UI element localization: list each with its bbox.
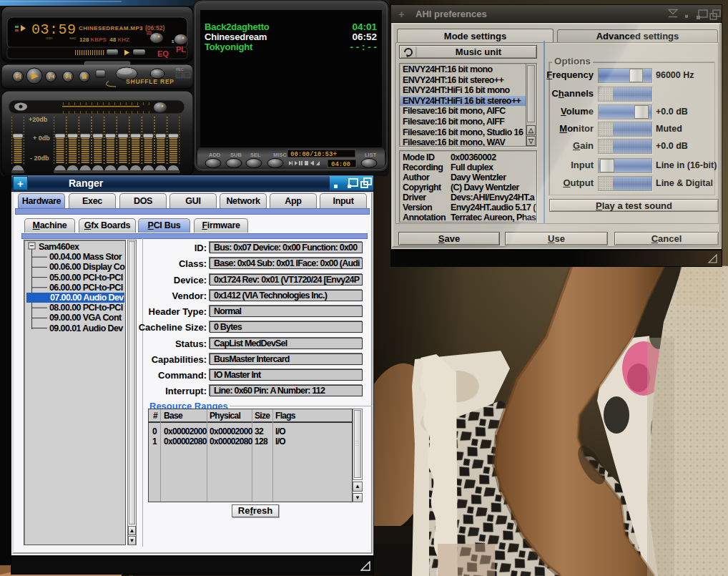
svg-text:- 20db: - 20db xyxy=(30,155,49,162)
svg-text:EQ: EQ xyxy=(157,49,169,58)
svg-text:(06:52): (06:52) xyxy=(145,24,165,31)
svg-text:06:52: 06:52 xyxy=(352,31,377,42)
svg-text:SHUFFLE REP: SHUFFLE REP xyxy=(126,78,174,85)
svg-text:00:00/10:53+: 00:00/10:53+ xyxy=(290,151,337,158)
svg-text:MISC: MISC xyxy=(273,152,287,158)
svg-text:REC: REC xyxy=(176,67,184,72)
svg-text:Chinesedream: Chinesedream xyxy=(205,31,267,42)
svg-text:PL: PL xyxy=(176,45,186,54)
svg-text:SUB: SUB xyxy=(230,152,242,158)
svg-text:+20db: +20db xyxy=(29,116,48,123)
svg-text:min: min xyxy=(46,36,53,40)
svg-text:ADD: ADD xyxy=(209,152,221,158)
svg-text:SEL: SEL xyxy=(250,152,261,158)
svg-text:CHINESEDREAM.MP3: CHINESEDREAM.MP3 xyxy=(79,25,143,31)
svg-text:s: s xyxy=(172,39,174,44)
svg-text:128 KBPS 48 KHZ: 128 KBPS 48 KHZ xyxy=(79,36,129,43)
svg-text:04:00: 04:00 xyxy=(331,161,350,168)
svg-text:Tokyonight: Tokyonight xyxy=(205,42,253,52)
svg-text:sec: sec xyxy=(69,36,76,40)
svg-text:Back2daghetto: Back2daghetto xyxy=(205,21,270,32)
svg-text:LIST: LIST xyxy=(365,152,377,158)
svg-text:- - : - -: - - : - - xyxy=(350,42,377,52)
svg-text:04:01: 04:01 xyxy=(352,21,377,32)
svg-text:+ 0db: + 0db xyxy=(33,135,50,142)
